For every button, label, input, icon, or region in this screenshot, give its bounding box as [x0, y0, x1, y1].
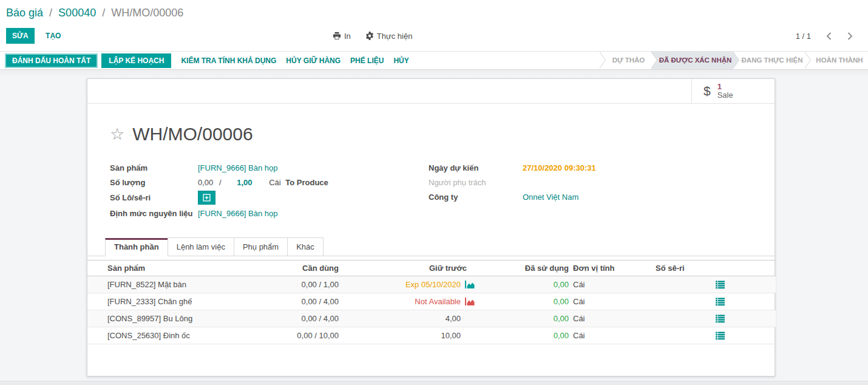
breadcrumb-link-order[interactable]: S00040	[58, 7, 96, 19]
field-value-bom[interactable]: [FURN_9666] Bàn họp	[198, 209, 278, 218]
field-value-date: 27/10/2020 09:30:31	[523, 163, 596, 172]
sale-stat-button[interactable]: $ 1 Sale	[691, 79, 775, 103]
tab-components[interactable]: Thành phần	[105, 238, 168, 256]
cell-consumed: 0,00	[475, 327, 569, 344]
field-value-company[interactable]: Onnet Việt Nam	[523, 192, 578, 202]
status-step-done[interactable]: HOÀN THÀNH	[805, 52, 868, 69]
cell-details	[705, 276, 776, 293]
cell-serial	[632, 276, 705, 293]
status-step-draft[interactable]: DỰ THẢO	[600, 52, 651, 69]
print-menu-label: In	[344, 32, 351, 41]
add-lot-button[interactable]	[198, 191, 215, 205]
pager-previous-icon[interactable]	[826, 32, 832, 41]
component-row[interactable]: [CONS_89957] Bu Lông 0,00 / 4,00 4,00 0,…	[87, 310, 776, 327]
component-row[interactable]: [CONS_25630] Đinh ốc 0,00 / 10,00 10,00 …	[87, 327, 776, 344]
cell-serial	[632, 327, 705, 344]
sale-label: Sale	[717, 91, 733, 100]
components-table: Sản phẩm Cần dùng Giữ trước Đã sử dụng Đ…	[87, 260, 776, 344]
col-header-to-consume[interactable]: Cần dùng	[278, 261, 339, 276]
cell-product: [CONS_25630] Đinh ốc	[87, 327, 278, 344]
cell-to-consume: 0,00 / 4,00	[278, 293, 339, 310]
field-label-responsible: Người phụ trách	[429, 178, 523, 187]
col-header-consumed[interactable]: Đã sử dụng	[475, 261, 569, 276]
edit-button[interactable]: SỬA	[6, 28, 35, 44]
quantity-uom: Cái	[269, 178, 281, 187]
field-label-bom: Định mức nguyên liệu	[110, 209, 198, 218]
form-view-background: $ 1 Sale ☆ WH/MO/00006 Sản phẩm [FURN_96…	[0, 70, 868, 385]
tab-work-orders[interactable]: Lệnh làm việc	[168, 237, 234, 256]
cell-consumed: 0,00	[475, 293, 569, 310]
cell-details	[705, 310, 776, 327]
forecast-chart-icon	[461, 298, 475, 305]
button-box: $ 1 Sale	[87, 79, 775, 104]
field-label-quantity: Số lượng	[110, 178, 198, 187]
tab-byproducts[interactable]: Phụ phẩm	[234, 237, 288, 256]
unreserve-button[interactable]: HỦY GIỮ HÀNG	[286, 56, 341, 65]
scrap-button[interactable]: PHẾ LIỆU	[350, 56, 384, 65]
forecast-chart-icon	[461, 281, 475, 288]
fields-left: Sản phẩm [FURN_9666] Bàn họp Số lượng 0,…	[110, 160, 429, 220]
bottom-strip	[0, 381, 868, 385]
create-button[interactable]: TẠO	[46, 28, 61, 44]
plan-button[interactable]: LẬP KẾ HOẠCH	[101, 53, 171, 68]
cell-serial	[632, 293, 705, 310]
field-value-product[interactable]: [FURN_9666] Bàn họp	[198, 163, 278, 172]
cell-reserved: 10,00	[339, 327, 475, 344]
col-header-serial[interactable]: Số sê-ri	[632, 261, 705, 276]
cell-reserved: Not Available	[339, 293, 475, 310]
list-details-icon[interactable]	[716, 281, 776, 289]
field-label-date: Ngày dự kiến	[429, 163, 523, 172]
dollar-icon: $	[704, 84, 711, 98]
cell-uom: Cái	[569, 276, 632, 293]
toolbar: SỬA TẠO In	[0, 28, 868, 44]
statusbar: ĐÁNH DẤU HOÀN TẤT LẬP KẾ HOẠCH KIỂM TRA …	[0, 51, 868, 70]
pager-next-icon[interactable]	[847, 32, 853, 41]
col-header-reserved[interactable]: Giữ trước	[339, 261, 475, 276]
cell-details	[705, 293, 776, 310]
breadcrumb-separator: /	[99, 7, 108, 19]
cell-product: [CONS_89957] Bu Lông	[87, 310, 278, 327]
form-sheet: $ 1 Sale ☆ WH/MO/00006 Sản phẩm [FURN_96…	[87, 78, 775, 376]
status-step-progress[interactable]: ĐANG THỰC HIỆN	[733, 52, 805, 69]
cell-reserved: Exp 05/10/2020	[339, 276, 475, 293]
list-details-icon[interactable]	[716, 315, 776, 323]
cell-product: [FURN_2333] Chân ghế	[87, 293, 278, 310]
breadcrumb-link-quotations[interactable]: Báo giá	[6, 7, 43, 19]
print-menu[interactable]: In	[333, 32, 351, 41]
list-details-icon[interactable]	[716, 298, 776, 306]
field-label-product: Sản phẩm	[110, 163, 198, 172]
list-details-icon[interactable]	[716, 332, 776, 340]
cell-consumed: 0,00	[475, 276, 569, 293]
cell-uom: Cái	[569, 310, 632, 327]
control-panel: Báo giá / S00040 / WH/MO/00006 SỬA TẠO I…	[0, 0, 868, 70]
favorite-star-icon[interactable]: ☆	[110, 125, 124, 143]
cell-details	[705, 327, 776, 344]
pipeline-lead	[591, 52, 600, 69]
col-header-product[interactable]: Sản phẩm	[87, 261, 278, 276]
page-title: WH/MO/00006	[132, 124, 253, 145]
fields-right: Ngày dự kiến 27/10/2020 09:30:31 Người p…	[429, 160, 752, 220]
action-menu-label: Thực hiện	[377, 32, 413, 41]
cell-to-consume: 0,00 / 4,00	[278, 310, 339, 327]
action-menu[interactable]: Thực hiện	[365, 32, 413, 41]
component-row[interactable]: [FURN_8522] Mặt bàn 0,00 / 1,00 Exp 05/1…	[87, 276, 776, 293]
col-header-uom[interactable]: Đơn vị tính	[569, 261, 632, 276]
cell-reserved: 4,00	[339, 310, 475, 327]
pager: 1 / 1	[796, 28, 853, 44]
cell-to-consume: 0,00 / 1,00	[278, 276, 339, 293]
quantity-done: 0,00	[198, 178, 213, 187]
pager-value: 1 / 1	[796, 32, 811, 41]
cell-uom: Cái	[569, 293, 632, 310]
status-pipeline: DỰ THẢO ĐÃ ĐƯỢC XÁC NHẬN ĐANG THỰC HIỆN …	[591, 52, 868, 69]
component-row[interactable]: [FURN_2333] Chân ghế 0,00 / 4,00 Not Ava…	[87, 293, 776, 310]
check-availability-button[interactable]: KIỂM TRA TÍNH KHẢ DỤNG	[181, 56, 276, 65]
breadcrumb-current: WH/MO/00006	[111, 7, 183, 19]
cell-serial	[632, 310, 705, 327]
cell-uom: Cái	[569, 327, 632, 344]
mark-done-button[interactable]: ĐÁNH DẤU HOÀN TẤT	[5, 53, 98, 68]
tab-misc[interactable]: Khác	[287, 237, 324, 256]
cell-product: [FURN_8522] Mặt bàn	[87, 276, 278, 293]
cancel-button[interactable]: HỦY	[393, 56, 409, 65]
status-step-confirmed[interactable]: ĐÃ ĐƯỢC XÁC NHẬN	[651, 52, 733, 69]
breadcrumb-separator: /	[46, 7, 55, 19]
